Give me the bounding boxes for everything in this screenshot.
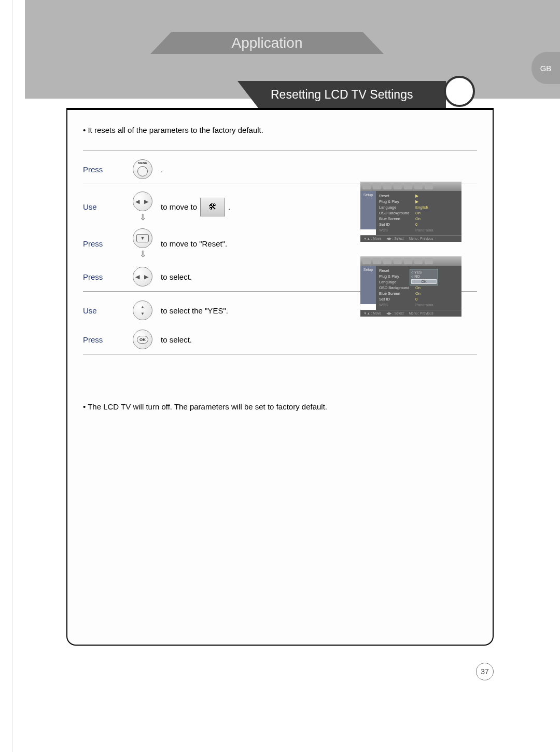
step-text: to select the "YES". [161, 306, 228, 315]
osd-tab-icon [394, 258, 402, 264]
osd-tab-icon [425, 258, 433, 264]
step-text: to move to 🛠 . [161, 198, 230, 216]
osd-ok-button: OK [411, 279, 437, 284]
osd-option-yes: ○ YES [411, 270, 437, 274]
osd-tab-icon [383, 183, 391, 189]
osd-tab-icon [362, 183, 371, 189]
osd-footer: ▼▲ : Move ◀▶ : Select Menu : Previous [360, 310, 461, 317]
osd-side-label: Setup [360, 191, 376, 229]
osd-tab-icon [414, 258, 423, 264]
intro-text: • It resets all of the parameters to the… [83, 126, 477, 134]
section-title-bullet [444, 76, 475, 107]
osd-tab-icon [404, 258, 412, 264]
remote-down-button-icon: ▼ [133, 228, 152, 248]
arrow-down-icon: ⇩ [139, 212, 146, 222]
osd-tabbar [360, 182, 461, 191]
divider [83, 354, 477, 354]
osd-screenshot-setup: Setup Reset▶ Plug & Play▶ LanguageEnglis… [360, 182, 461, 242]
osd-tab-icon [362, 258, 371, 264]
osd-screenshot-reset-confirm: Setup Reset Plug & Play Language OSD Bac… [360, 256, 461, 317]
footer-text: • The LCD TV will turn off. The paramete… [83, 402, 477, 411]
osd-tab-icon [373, 258, 381, 264]
divider [83, 150, 477, 151]
setup-menu-icon: 🛠 [200, 198, 225, 216]
arrow-down-icon: ⇩ [139, 249, 146, 259]
left-gutter [0, 0, 25, 752]
osd-footer: ▼▲ : Move ◀▶ : Select Menu : Previous [360, 235, 461, 242]
step-verb: Press [83, 335, 124, 344]
osd-option-no: ○ NO [411, 275, 437, 278]
osd-tab-icon [414, 183, 423, 189]
osd-tab-icon [394, 183, 402, 189]
content-frame: • It resets all of the parameters to the… [66, 108, 494, 646]
section-title: Resetting LCD TV Settings [258, 81, 446, 108]
step-verb: Press [83, 272, 124, 281]
step-text: . [161, 165, 163, 174]
osd-tab-icon [383, 258, 391, 264]
osd-tabbar [360, 256, 461, 266]
step-row: Press OK to select. [83, 325, 477, 354]
osd-side-label: Setup [360, 266, 376, 304]
osd-tab-icon [373, 183, 381, 189]
step-text: to select. [161, 335, 192, 344]
step-text: to select. [161, 272, 192, 281]
step-verb: Press [83, 165, 124, 174]
chapter-banner: Application [171, 32, 363, 54]
step-row: Press MENU . [83, 155, 477, 184]
locale-tab: GB [531, 52, 560, 84]
remote-left-right-icon [133, 267, 152, 286]
osd-tab-icon [425, 183, 433, 189]
osd-yes-no-popup: ○ YES ○ NO OK [410, 269, 438, 285]
step-verb: Use [83, 306, 124, 315]
step-verb: Use [83, 202, 124, 211]
step-text: to move to "Reset". [161, 239, 227, 248]
osd-body: Reset▶ Plug & Play▶ LanguageEnglish OSD … [376, 191, 461, 235]
page-number: 37 [476, 663, 494, 680]
remote-menu-button-icon: MENU [133, 159, 152, 179]
osd-tab-icon [404, 183, 412, 189]
remote-left-right-icon [133, 192, 152, 211]
remote-ok-button-icon: OK [133, 330, 152, 349]
remote-up-down-icon [133, 300, 152, 320]
step-verb: Press [83, 239, 124, 248]
